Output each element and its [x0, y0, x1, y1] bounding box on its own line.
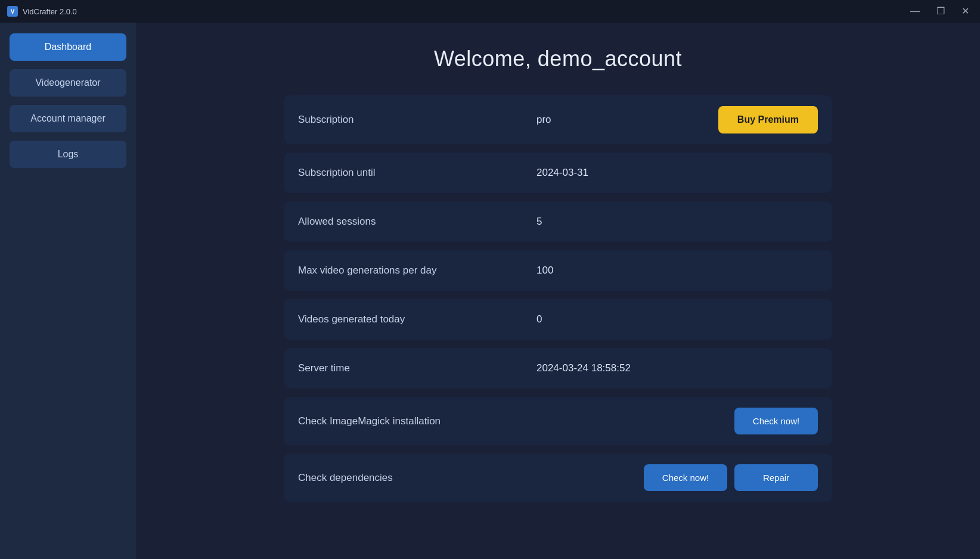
videos-today-row: Videos generated today 0: [284, 299, 832, 340]
allowed-sessions-value: 5: [536, 216, 818, 228]
titlebar: V VidCrafter 2.0.0 — ❐ ✕: [0, 0, 980, 23]
dependencies-label: Check dependencies: [298, 472, 536, 484]
sidebar-item-videogenerator[interactable]: Videogenerator: [10, 69, 126, 97]
max-video-gen-label: Max video generations per day: [298, 265, 536, 277]
imagemagick-row: Check ImageMagick installation Check now…: [284, 397, 832, 445]
max-video-gen-value: 100: [536, 265, 818, 277]
main-content: Welcome, demo_account Subscription pro B…: [136, 23, 980, 559]
server-time-value: 2024-03-24 18:58:52: [536, 362, 818, 374]
app-icon: V: [7, 6, 18, 17]
subscription-value: pro: [536, 114, 718, 126]
subscription-row: Subscription pro Buy Premium: [284, 95, 832, 144]
titlebar-left: V VidCrafter 2.0.0: [7, 6, 77, 17]
welcome-title: Welcome, demo_account: [172, 46, 944, 72]
check-imagemagick-button[interactable]: Check now!: [734, 408, 818, 434]
imagemagick-label: Check ImageMagick installation: [298, 415, 536, 427]
maximize-button[interactable]: ❐: [933, 4, 948, 18]
buy-premium-button[interactable]: Buy Premium: [718, 106, 818, 133]
subscription-label: Subscription: [298, 114, 536, 126]
sidebar: Dashboard Videogenerator Account manager…: [0, 23, 136, 559]
repair-button[interactable]: Repair: [734, 464, 818, 491]
videos-today-label: Videos generated today: [298, 313, 536, 325]
dependencies-action: Check now! Repair: [644, 464, 818, 491]
minimize-button[interactable]: —: [907, 4, 923, 18]
close-button[interactable]: ✕: [958, 4, 973, 18]
check-dependencies-button[interactable]: Check now!: [644, 464, 727, 491]
sidebar-item-dashboard[interactable]: Dashboard: [10, 33, 126, 61]
app-body: Dashboard Videogenerator Account manager…: [0, 23, 980, 559]
sidebar-item-account-manager[interactable]: Account manager: [10, 105, 126, 132]
subscription-until-label: Subscription until: [298, 167, 536, 179]
dependencies-row: Check dependencies Check now! Repair: [284, 454, 832, 502]
allowed-sessions-row: Allowed sessions 5: [284, 201, 832, 242]
app-title: VidCrafter 2.0.0: [23, 7, 77, 16]
allowed-sessions-label: Allowed sessions: [298, 216, 536, 228]
max-video-gen-row: Max video generations per day 100: [284, 250, 832, 291]
server-time-label: Server time: [298, 362, 536, 374]
subscription-until-value: 2024-03-31: [536, 167, 818, 179]
info-rows: Subscription pro Buy Premium Subscriptio…: [284, 95, 832, 502]
window-controls: — ❐ ✕: [907, 4, 973, 18]
server-time-row: Server time 2024-03-24 18:58:52: [284, 348, 832, 389]
subscription-action: Buy Premium: [718, 106, 818, 133]
videos-today-value: 0: [536, 313, 818, 325]
imagemagick-action: Check now!: [734, 408, 818, 434]
subscription-until-row: Subscription until 2024-03-31: [284, 153, 832, 193]
sidebar-item-logs[interactable]: Logs: [10, 141, 126, 168]
